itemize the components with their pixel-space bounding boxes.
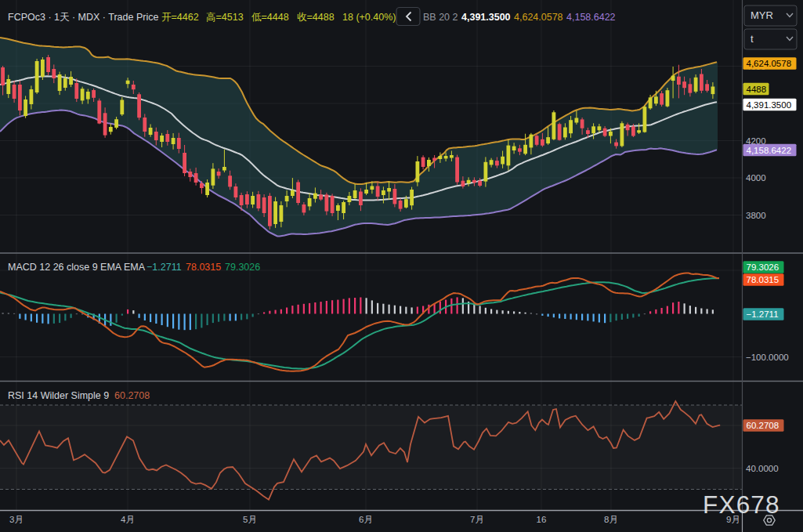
svg-text:7月: 7月 (470, 515, 484, 524)
svg-text:4,624.0578: 4,624.0578 (514, 12, 563, 23)
svg-text:40.0000: 40.0000 (746, 464, 779, 473)
svg-text:3800: 3800 (746, 211, 766, 220)
svg-text:FCPOc3 · 1天 · MDX · Trade Pric: FCPOc3 · 1天 · MDX · Trade Price (8, 12, 158, 23)
svg-text:4月: 4月 (121, 515, 135, 524)
svg-text:−1.2711: −1.2711 (747, 309, 779, 319)
svg-text:5月: 5月 (243, 515, 257, 524)
svg-text:4488: 4488 (747, 85, 767, 94)
svg-text:9月: 9月 (726, 515, 740, 524)
svg-text:60.2708: 60.2708 (747, 421, 779, 430)
svg-text:FX678: FX678 (703, 490, 780, 519)
svg-text:−1.2711: −1.2711 (146, 262, 182, 273)
svg-text:79.3026: 79.3026 (225, 262, 260, 273)
svg-text:78.0315: 78.0315 (186, 262, 221, 273)
svg-text:4,624.0578: 4,624.0578 (747, 59, 792, 68)
svg-text:4000: 4000 (746, 173, 766, 183)
svg-text:−100.0000: −100.0000 (746, 353, 789, 362)
svg-text:79.3026: 79.3026 (747, 262, 779, 272)
svg-text:4,158.6422: 4,158.6422 (747, 146, 792, 155)
svg-text:78.0315: 78.0315 (747, 275, 779, 284)
svg-text:4,158.6422: 4,158.6422 (566, 12, 616, 23)
svg-text:低=4448: 低=4448 (251, 12, 289, 23)
svg-text:4,391.3500: 4,391.3500 (461, 12, 511, 23)
svg-text:6月: 6月 (359, 515, 373, 524)
svg-text:MACD 12 26 close 9 EMA EMA: MACD 12 26 close 9 EMA EMA (8, 262, 146, 273)
svg-text:60.2708: 60.2708 (114, 390, 150, 401)
svg-text:16: 16 (537, 515, 547, 524)
svg-text:3月: 3月 (9, 515, 24, 524)
svg-text:收=4488: 收=4488 (297, 12, 335, 23)
svg-text:4,391.3500: 4,391.3500 (747, 100, 792, 110)
svg-text:RSI 14 Wilder Simple 9: RSI 14 Wilder Simple 9 (8, 390, 109, 401)
svg-text:MYR: MYR (751, 9, 773, 21)
svg-text:开=4462: 开=4462 (161, 12, 199, 23)
svg-text:BB 20 2: BB 20 2 (423, 12, 458, 23)
svg-text:t: t (751, 33, 754, 45)
svg-text:8月: 8月 (604, 515, 618, 524)
svg-text:高=4513: 高=4513 (206, 12, 244, 23)
svg-text:18 (+0.40%): 18 (+0.40%) (342, 12, 396, 23)
